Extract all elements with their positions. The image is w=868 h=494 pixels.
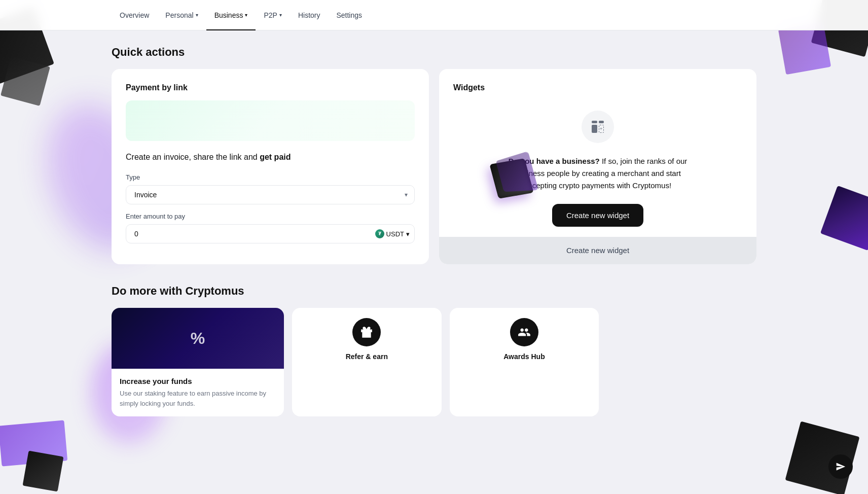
staking-card-desc: Use our staking feature to earn passive …: [120, 389, 276, 408]
amount-input[interactable]: [126, 224, 415, 243]
awards-card-title: Awards Hub: [503, 352, 545, 361]
cube-3d-shape: [494, 161, 534, 206]
payment-description: Create an invoice, share the link and ge…: [126, 151, 415, 163]
widgets-footer-button[interactable]: Create new widget: [439, 237, 756, 264]
payment-desc-bold: get paid: [260, 153, 291, 161]
type-label: Type: [126, 173, 415, 181]
quick-actions-title: Quick actions: [112, 46, 756, 59]
nav-label-business: Business: [214, 11, 243, 19]
nav-items: Overview Personal ▾ Business ▾ P2P ▾ His…: [112, 0, 370, 30]
staking-visual: %: [112, 308, 284, 369]
widget-icon-circle: +: [582, 111, 614, 143]
nav-label-personal: Personal: [165, 11, 193, 19]
widgets-inner: + Do you have a business? If so, join th…: [453, 100, 742, 237]
currency-selector[interactable]: ₮ USDT ▾: [375, 229, 410, 238]
nav-label-overview: Overview: [120, 11, 149, 19]
create-widget-button[interactable]: Create new widget: [552, 204, 643, 227]
awards-icon-circle: [510, 318, 538, 346]
gift-icon-circle: [352, 318, 381, 346]
staking-card-content: Increase your funds Use our staking feat…: [112, 369, 284, 416]
do-more-title: Do more with Cryptomus: [112, 285, 756, 298]
nav-item-overview[interactable]: Overview: [112, 0, 157, 30]
do-more-grid: % Increase your funds Use our staking fe…: [112, 308, 756, 416]
staking-card-image: %: [112, 308, 284, 369]
payment-preview-area: [126, 100, 415, 141]
chevron-down-icon: ▾: [196, 12, 198, 18]
send-button[interactable]: [828, 454, 853, 479]
nav-item-personal[interactable]: Personal ▾: [157, 0, 206, 30]
send-icon: [836, 462, 846, 472]
currency-label: USDT: [386, 230, 404, 238]
refer-card-title: Refer & earn: [346, 352, 388, 361]
type-select[interactable]: Invoice Payment: [126, 185, 415, 204]
chevron-down-icon: ▾: [279, 12, 282, 18]
grid-plus-icon: +: [592, 121, 604, 133]
nav-item-history[interactable]: History: [290, 0, 329, 30]
payment-desc-pre: Create an invoice, share the link and: [126, 153, 260, 161]
widget-cube-decoration: [494, 161, 534, 206]
amount-wrapper: ₮ USDT ▾: [126, 224, 415, 243]
chevron-down-icon: ▾: [406, 230, 410, 238]
widgets-footer-label: Create new widget: [566, 246, 629, 255]
main-nav: Overview Personal ▾ Business ▾ P2P ▾ His…: [0, 0, 868, 30]
staking-visual-text: %: [191, 329, 205, 348]
main-content: Quick actions Payment by link Create an …: [0, 30, 868, 432]
do-more-card-awards[interactable]: Awards Hub: [450, 308, 599, 416]
nav-item-business[interactable]: Business ▾: [206, 0, 256, 30]
do-more-card-staking: % Increase your funds Use our staking fe…: [112, 308, 284, 416]
gift-icon: [360, 326, 373, 339]
nav-label-p2p: P2P: [264, 11, 277, 19]
payment-card-title: Payment by link: [126, 83, 415, 92]
payment-by-link-card: Payment by link Create an invoice, share…: [112, 69, 429, 264]
nav-label-settings: Settings: [336, 11, 362, 19]
nav-item-p2p[interactable]: P2P ▾: [256, 0, 290, 30]
do-more-card-refer[interactable]: Refer & earn: [292, 308, 442, 416]
nav-item-settings[interactable]: Settings: [328, 0, 370, 30]
widgets-card: Widgets + Do you have a business? If so,…: [439, 69, 756, 264]
nav-label-history: History: [298, 11, 320, 19]
type-select-wrapper: Invoice Payment ▾: [126, 185, 415, 204]
staking-card-title: Increase your funds: [120, 377, 276, 385]
usdt-icon: ₮: [375, 229, 384, 238]
widgets-card-title: Widgets: [453, 83, 742, 92]
person-plus-icon: [518, 326, 531, 339]
quick-actions-grid: Payment by link Create an invoice, share…: [112, 69, 756, 264]
chevron-down-icon: ▾: [245, 12, 247, 18]
amount-label: Enter amount to pay: [126, 213, 415, 220]
